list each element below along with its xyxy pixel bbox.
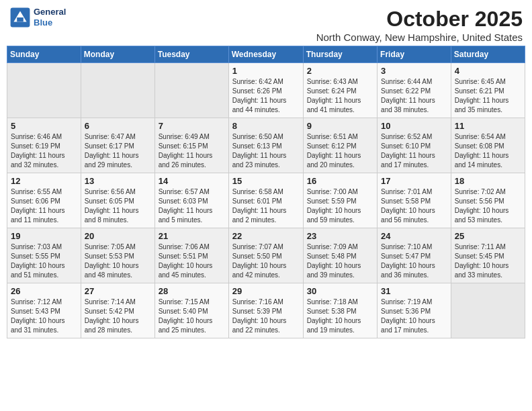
day-info: Sunrise: 7:07 AMSunset: 5:50 PMDaylight:…: [232, 242, 300, 280]
calendar-cell: 25Sunrise: 7:11 AMSunset: 5:45 PMDayligh…: [451, 228, 525, 283]
calendar-cell: 13Sunrise: 6:56 AMSunset: 6:05 PMDayligh…: [81, 173, 154, 228]
day-info: Sunrise: 7:01 AMSunset: 5:58 PMDaylight:…: [381, 187, 447, 225]
day-number: 31: [381, 286, 447, 296]
day-number: 24: [381, 231, 447, 241]
calendar-cell: 20Sunrise: 7:05 AMSunset: 5:53 PMDayligh…: [81, 228, 154, 283]
day-info: Sunrise: 6:47 AMSunset: 6:17 PMDaylight:…: [85, 132, 151, 170]
logo-text: General Blue: [34, 7, 66, 28]
weekday-header-wednesday: Wednesday: [228, 46, 303, 63]
calendar-cell: 18Sunrise: 7:02 AMSunset: 5:56 PMDayligh…: [451, 173, 525, 228]
weekday-header-thursday: Thursday: [303, 46, 377, 63]
logo: General Blue: [9, 7, 66, 28]
day-number: 20: [85, 231, 151, 241]
weekday-header-tuesday: Tuesday: [154, 46, 228, 63]
calendar-cell: 24Sunrise: 7:10 AMSunset: 5:47 PMDayligh…: [378, 228, 451, 283]
calendar-cell: 26Sunrise: 7:12 AMSunset: 5:43 PMDayligh…: [7, 283, 81, 338]
day-number: 11: [455, 121, 521, 131]
calendar: SundayMondayTuesdayWednesdayThursdayFrid…: [7, 46, 525, 338]
svg-rect-2: [17, 17, 24, 21]
day-number: 17: [381, 176, 447, 186]
calendar-cell: 22Sunrise: 7:07 AMSunset: 5:50 PMDayligh…: [228, 228, 303, 283]
day-number: 1: [232, 66, 300, 76]
day-info: Sunrise: 7:02 AMSunset: 5:56 PMDaylight:…: [455, 187, 521, 225]
day-info: Sunrise: 7:06 AMSunset: 5:51 PMDaylight:…: [159, 242, 225, 280]
day-number: 13: [85, 176, 151, 186]
day-number: 26: [11, 286, 77, 296]
calendar-cell: 27Sunrise: 7:14 AMSunset: 5:42 PMDayligh…: [81, 283, 154, 338]
day-info: Sunrise: 7:18 AMSunset: 5:38 PMDaylight:…: [307, 298, 373, 335]
calendar-cell: [7, 63, 81, 118]
day-number: 18: [455, 176, 521, 186]
logo-icon: [9, 7, 31, 28]
day-number: 30: [307, 286, 373, 296]
calendar-cell: 14Sunrise: 6:57 AMSunset: 6:03 PMDayligh…: [154, 173, 228, 228]
calendar-cell: 6Sunrise: 6:47 AMSunset: 6:17 PMDaylight…: [81, 118, 154, 173]
day-number: 27: [85, 286, 151, 296]
calendar-cell: 5Sunrise: 6:46 AMSunset: 6:19 PMDaylight…: [7, 118, 81, 173]
day-info: Sunrise: 7:15 AMSunset: 5:40 PMDaylight:…: [159, 298, 225, 335]
calendar-cell: [451, 283, 525, 338]
calendar-week-2: 5Sunrise: 6:46 AMSunset: 6:19 PMDaylight…: [7, 118, 525, 173]
day-number: 8: [232, 121, 300, 131]
day-info: Sunrise: 6:46 AMSunset: 6:19 PMDaylight:…: [11, 132, 77, 170]
calendar-week-1: 1Sunrise: 6:42 AMSunset: 6:26 PMDaylight…: [7, 63, 525, 118]
day-number: 3: [381, 66, 447, 76]
weekday-header-row: SundayMondayTuesdayWednesdayThursdayFrid…: [7, 46, 525, 63]
day-number: 6: [85, 121, 151, 131]
weekday-header-monday: Monday: [81, 46, 154, 63]
weekday-header-friday: Friday: [378, 46, 451, 63]
calendar-cell: 17Sunrise: 7:01 AMSunset: 5:58 PMDayligh…: [378, 173, 451, 228]
calendar-cell: 4Sunrise: 6:45 AMSunset: 6:21 PMDaylight…: [451, 63, 525, 118]
day-info: Sunrise: 6:45 AMSunset: 6:21 PMDaylight:…: [455, 77, 521, 115]
calendar-week-3: 12Sunrise: 6:55 AMSunset: 6:06 PMDayligh…: [7, 173, 525, 228]
title-area: October 2025 North Conway, New Hampshire…: [316, 7, 523, 43]
calendar-cell: 1Sunrise: 6:42 AMSunset: 6:26 PMDaylight…: [228, 63, 303, 118]
calendar-cell: 16Sunrise: 7:00 AMSunset: 5:59 PMDayligh…: [303, 173, 377, 228]
calendar-cell: 19Sunrise: 7:03 AMSunset: 5:55 PMDayligh…: [7, 228, 81, 283]
day-number: 14: [159, 176, 225, 186]
calendar-cell: 7Sunrise: 6:49 AMSunset: 6:15 PMDaylight…: [154, 118, 228, 173]
day-number: 16: [307, 176, 373, 186]
calendar-cell: 2Sunrise: 6:43 AMSunset: 6:24 PMDaylight…: [303, 63, 377, 118]
location: North Conway, New Hampshire, United Stat…: [316, 32, 523, 43]
calendar-cell: [81, 63, 154, 118]
calendar-cell: 3Sunrise: 6:44 AMSunset: 6:22 PMDaylight…: [378, 63, 451, 118]
day-number: 12: [11, 176, 77, 186]
day-number: 22: [232, 231, 300, 241]
day-info: Sunrise: 7:10 AMSunset: 5:47 PMDaylight:…: [381, 242, 447, 280]
calendar-cell: 31Sunrise: 7:19 AMSunset: 5:36 PMDayligh…: [378, 283, 451, 338]
day-number: 19: [11, 231, 77, 241]
day-number: 29: [232, 286, 300, 296]
day-info: Sunrise: 7:03 AMSunset: 5:55 PMDaylight:…: [11, 242, 77, 280]
day-info: Sunrise: 6:51 AMSunset: 6:12 PMDaylight:…: [307, 132, 373, 170]
day-info: Sunrise: 7:16 AMSunset: 5:39 PMDaylight:…: [232, 298, 300, 335]
calendar-cell: 23Sunrise: 7:09 AMSunset: 5:48 PMDayligh…: [303, 228, 377, 283]
month-title: October 2025: [316, 7, 523, 32]
calendar-cell: 12Sunrise: 6:55 AMSunset: 6:06 PMDayligh…: [7, 173, 81, 228]
day-info: Sunrise: 6:49 AMSunset: 6:15 PMDaylight:…: [159, 132, 225, 170]
day-info: Sunrise: 6:56 AMSunset: 6:05 PMDaylight:…: [85, 187, 151, 225]
calendar-cell: 9Sunrise: 6:51 AMSunset: 6:12 PMDaylight…: [303, 118, 377, 173]
day-info: Sunrise: 7:09 AMSunset: 5:48 PMDaylight:…: [307, 242, 373, 280]
day-number: 28: [159, 286, 225, 296]
day-number: 21: [159, 231, 225, 241]
day-info: Sunrise: 6:43 AMSunset: 6:24 PMDaylight:…: [307, 77, 373, 115]
day-info: Sunrise: 6:54 AMSunset: 6:08 PMDaylight:…: [455, 132, 521, 170]
weekday-header-saturday: Saturday: [451, 46, 525, 63]
day-number: 2: [307, 66, 373, 76]
calendar-cell: 11Sunrise: 6:54 AMSunset: 6:08 PMDayligh…: [451, 118, 525, 173]
day-number: 25: [455, 231, 521, 241]
day-number: 9: [307, 121, 373, 131]
day-info: Sunrise: 7:12 AMSunset: 5:43 PMDaylight:…: [11, 298, 77, 335]
day-number: 15: [232, 176, 300, 186]
day-number: 4: [455, 66, 521, 76]
calendar-week-4: 19Sunrise: 7:03 AMSunset: 5:55 PMDayligh…: [7, 228, 525, 283]
calendar-cell: 21Sunrise: 7:06 AMSunset: 5:51 PMDayligh…: [154, 228, 228, 283]
calendar-cell: 29Sunrise: 7:16 AMSunset: 5:39 PMDayligh…: [228, 283, 303, 338]
day-info: Sunrise: 6:58 AMSunset: 6:01 PMDaylight:…: [232, 187, 300, 225]
day-info: Sunrise: 6:42 AMSunset: 6:26 PMDaylight:…: [232, 77, 300, 115]
page-header: General Blue October 2025 North Conway, …: [7, 7, 525, 43]
calendar-cell: 10Sunrise: 6:52 AMSunset: 6:10 PMDayligh…: [378, 118, 451, 173]
calendar-cell: [154, 63, 228, 118]
day-number: 5: [11, 121, 77, 131]
